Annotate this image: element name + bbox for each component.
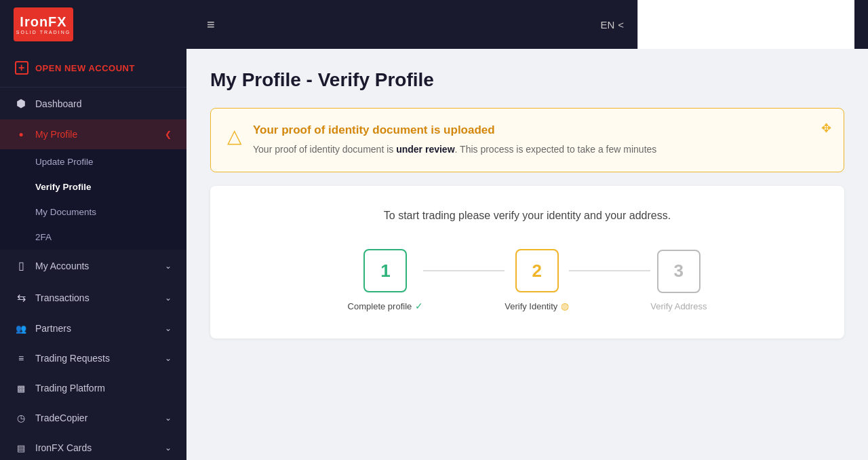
step-3-number: 3 (674, 261, 684, 282)
step-3-text: Verify Address (650, 301, 707, 311)
sidebar-subitem-2fa[interactable]: 2FA (0, 225, 186, 250)
step-1-number: 1 (380, 261, 390, 282)
chevron-icon-trade-copier: ⌄ (165, 413, 172, 423)
sidebar: + OPEN NEW ACCOUNT ⬢ Dashboard ● My Prof… (0, 49, 186, 460)
sidebar-label-trade-copier: TradeCopier (35, 413, 87, 423)
chevron-icon-trading-requests: ⌄ (165, 353, 172, 363)
sidebar-item-trading-platform[interactable]: ▩ Trading Platform (0, 373, 186, 403)
step-2: 2 Verify Identity ◍ (505, 249, 569, 311)
step-2-box: 2 (515, 249, 559, 292)
sidebar-item-ironfx-cards[interactable]: ▤ IronFX Cards ⌄ (0, 433, 186, 460)
step-1: 1 Complete profile ✓ (348, 249, 424, 311)
partners-icon: 👥 (15, 324, 27, 334)
header-search-area (637, 0, 854, 49)
lang-chevron-icon: < (618, 19, 624, 31)
verify-subtitle: To start trading please verify your iden… (231, 210, 824, 222)
header-right: EN < (600, 0, 854, 49)
profile-icon: ● (15, 130, 27, 139)
alert-body: Your proof of identity document is under… (253, 142, 656, 157)
sidebar-label-dashboard: Dashboard (35, 98, 82, 109)
alert-body-bold: under review (396, 144, 454, 155)
chevron-icon-transactions: ⌄ (165, 293, 172, 303)
alert-body-start: Your proof of identity document is (253, 144, 396, 155)
sidebar-label-my-accounts: My Accounts (35, 261, 89, 271)
steps-row: 1 Complete profile ✓ 2 Verify Identity (231, 249, 824, 311)
step-2-label: Verify Identity ◍ (505, 301, 569, 311)
sidebar-item-partners[interactable]: 👥 Partners ⌄ (0, 313, 186, 343)
verify-card: To start trading please verify your iden… (210, 186, 844, 339)
sidebar-item-trade-copier[interactable]: ◷ TradeCopier ⌄ (0, 403, 186, 433)
main-layout: + OPEN NEW ACCOUNT ⬢ Dashboard ● My Prof… (0, 49, 868, 460)
chevron-icon-my-profile: ❮ (165, 130, 172, 139)
alert-body-end: . This process is expected to take a few… (455, 144, 657, 155)
warning-icon: △ (227, 125, 242, 147)
open-new-account-button[interactable]: + OPEN NEW ACCOUNT (0, 49, 186, 88)
logo: IronFX SOLID TRADING (14, 7, 73, 41)
sidebar-label-trading-requests: Trading Requests (35, 353, 110, 364)
clock-icon: ◍ (561, 301, 569, 311)
sidebar-item-dashboard[interactable]: ⬢ Dashboard (0, 88, 186, 119)
step-3-box: 3 (657, 250, 701, 293)
step-2-text: Verify Identity (505, 301, 557, 311)
content-area: My Profile - Verify Profile △ Your proof… (186, 49, 868, 460)
my-profile-submenu: Update Profile Verify Profile My Documen… (0, 149, 186, 250)
trade-copier-icon: ◷ (15, 413, 27, 423)
sidebar-item-my-profile[interactable]: ● My Profile ❮ (0, 119, 186, 149)
sidebar-label-my-profile: My Profile (35, 129, 77, 140)
step-3: 3 Verify Address (650, 250, 707, 311)
step-connector-2 (569, 270, 650, 271)
header: IronFX SOLID TRADING ≡ EN < (0, 0, 868, 49)
alert-expand-icon[interactable]: ✥ (821, 121, 831, 136)
chevron-icon-partners: ⌄ (165, 324, 172, 333)
open-account-label: OPEN NEW ACCOUNT (35, 63, 135, 73)
trading-platform-icon: ▩ (15, 383, 27, 394)
step-3-label: Verify Address (650, 301, 707, 311)
page-title: My Profile - Verify Profile (210, 69, 844, 91)
sidebar-label-ironfx-cards: IronFX Cards (35, 442, 92, 453)
hamburger-button[interactable]: ≡ (207, 17, 215, 33)
step-2-number: 2 (532, 261, 542, 282)
alert-content: Your proof of identity document is uploa… (253, 123, 656, 157)
ironfx-cards-icon: ▤ (15, 443, 27, 453)
sidebar-label-partners: Partners (35, 323, 71, 334)
lang-label: EN (600, 19, 614, 31)
plus-icon: + (15, 61, 28, 75)
accounts-icon: ▯ (15, 259, 27, 272)
sidebar-subitem-my-documents[interactable]: My Documents (0, 199, 186, 225)
logo-area: IronFX SOLID TRADING (14, 7, 200, 41)
alert-box: △ Your proof of identity document is upl… (210, 108, 844, 172)
trading-requests-icon: ≡ (15, 353, 27, 364)
dashboard-icon: ⬢ (15, 97, 27, 110)
alert-heading: Your proof of identity document is uploa… (253, 123, 656, 137)
step-1-label: Complete profile ✓ (348, 301, 424, 311)
sidebar-subitem-verify-profile[interactable]: Verify Profile (0, 174, 186, 199)
sidebar-label-transactions: Transactions (35, 292, 90, 303)
sidebar-subitem-update-profile[interactable]: Update Profile (0, 149, 186, 174)
hamburger-area: ≡ (200, 17, 600, 33)
language-selector[interactable]: EN < (600, 19, 637, 31)
chevron-icon-ironfx-cards: ⌄ (165, 443, 172, 453)
logo-sub: SOLID TRADING (16, 30, 71, 35)
sidebar-item-trading-requests[interactable]: ≡ Trading Requests ⌄ (0, 343, 186, 373)
sidebar-label-trading-platform: Trading Platform (35, 383, 105, 394)
step-1-text: Complete profile (348, 301, 412, 311)
check-icon: ✓ (415, 301, 423, 311)
sidebar-item-transactions[interactable]: ⇆ Transactions ⌄ (0, 282, 186, 313)
step-1-box: 1 (363, 249, 407, 292)
step-connector-1 (423, 270, 505, 271)
transactions-icon: ⇆ (15, 291, 27, 304)
logo-name: IronFX (20, 15, 66, 28)
chevron-icon-my-accounts: ⌄ (165, 261, 172, 271)
sidebar-item-my-accounts[interactable]: ▯ My Accounts ⌄ (0, 250, 186, 282)
